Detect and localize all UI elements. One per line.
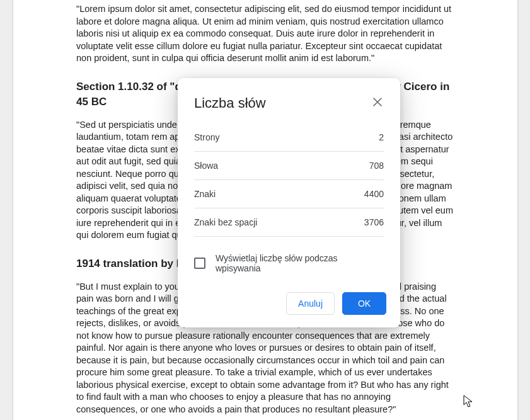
- stat-value: 708: [369, 161, 384, 171]
- cancel-button[interactable]: Anuluj: [286, 292, 335, 315]
- stat-row-characters-no-spaces: Znaki bez spacji 3706: [194, 208, 384, 237]
- stat-row-pages: Strony 2: [194, 123, 384, 152]
- word-count-stats: Strony 2 Słowa 708 Znaki 4400 Znaki bez …: [178, 117, 400, 237]
- word-count-dialog: Liczba słów Strony 2 Słowa 708 Znaki 440…: [178, 78, 400, 327]
- body-paragraph[interactable]: "Lorem ipsum dolor sit amet, consectetur…: [76, 3, 454, 65]
- stat-label: Słowa: [194, 161, 218, 171]
- display-while-typing-option[interactable]: Wyświetlaj liczbę słów podczas wpisywani…: [178, 237, 400, 278]
- stat-label: Znaki bez spacji: [194, 217, 257, 227]
- ok-button[interactable]: OK: [342, 292, 386, 315]
- close-button[interactable]: [369, 94, 386, 112]
- stat-label: Znaki: [194, 189, 216, 199]
- dialog-title: Liczba słów: [194, 95, 266, 111]
- checkbox[interactable]: [194, 258, 205, 269]
- option-label: Wyświetlaj liczbę słów podczas wpisywani…: [216, 253, 384, 273]
- stat-value: 2: [379, 132, 384, 142]
- stat-value: 4400: [364, 189, 384, 199]
- stat-value: 3706: [364, 217, 384, 227]
- close-icon: [373, 98, 382, 109]
- stat-row-characters: Znaki 4400: [194, 180, 384, 208]
- stat-label: Strony: [194, 132, 219, 142]
- stat-row-words: Słowa 708: [194, 152, 384, 180]
